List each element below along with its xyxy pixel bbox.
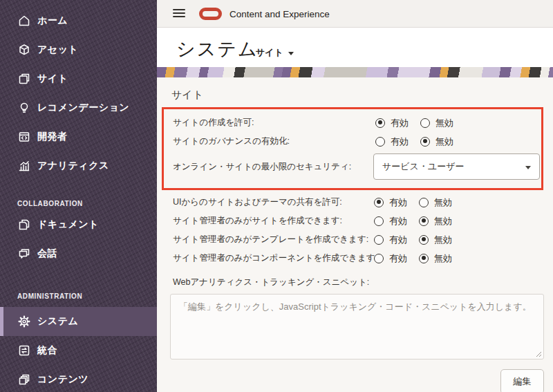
oracle-logo — [199, 8, 222, 20]
setting-row-admin-only-sites: サイト管理者のみがサイトを作成できます: 有効 無効 — [173, 212, 553, 230]
radio-disabled[interactable]: 無効 — [420, 136, 453, 148]
scope-selector-label: サイト — [256, 46, 283, 59]
radio-button-icon[interactable] — [374, 216, 384, 226]
dropdown-caret-icon — [525, 166, 531, 169]
sidebar-item-label: アセット — [37, 44, 78, 56]
radio-disabled[interactable]: 無効 — [419, 196, 452, 209]
radio-button-icon[interactable] — [375, 118, 385, 128]
sidebar-item-developer[interactable]: 開発者 — [0, 122, 157, 151]
radio-button-icon[interactable] — [419, 254, 429, 263]
documents-icon — [17, 218, 31, 232]
sidebar-item-label: レコメンデーション — [37, 102, 129, 114]
setting-row-share-ui: UIからのサイトおよびテーマの共有を許可: 有効 無効 — [173, 193, 553, 212]
setting-label: サイトのガバナンスの有効化: — [173, 136, 290, 147]
sidebar-item-recommendations[interactable]: レコメンデーション — [0, 93, 157, 122]
developer-icon — [17, 130, 31, 144]
integration-icon — [17, 344, 31, 357]
sidebar-section-administration: ADMINISTRATION — [0, 289, 157, 303]
scope-selector[interactable]: サイト — [256, 46, 294, 59]
section-title: サイト — [171, 88, 553, 102]
sidebar-item-label: サイト — [37, 73, 68, 85]
sidebar-section-collaboration: COLLABORATION — [0, 196, 157, 210]
sidebar-item-label: ドキュメント — [37, 218, 99, 231]
min-security-dropdown[interactable]: サービス・ユーザー — [373, 153, 540, 180]
sidebar-item-label: 会話 — [37, 248, 57, 260]
sidebar-item-integration[interactable]: 統合 — [0, 336, 157, 365]
radio-disabled[interactable]: 無効 — [420, 117, 453, 129]
home-icon — [17, 14, 31, 28]
radio-enabled[interactable]: 有効 — [374, 234, 407, 246]
sidebar-item-documents[interactable]: ドキュメント — [0, 210, 157, 239]
setting-row-allow-site-creation: サイトの作成を許可: 有効 無効 — [173, 113, 532, 132]
sidebar-item-conversations[interactable]: 会話 — [0, 239, 157, 268]
radio-enabled[interactable]: 有効 — [375, 136, 409, 148]
sidebar-item-assets[interactable]: アセット — [0, 35, 157, 64]
sidebar-item-content[interactable]: コンテンツ — [0, 365, 157, 392]
setting-label: サイトの作成を許可: — [173, 117, 254, 129]
radio-enabled[interactable]: 有効 — [374, 252, 407, 265]
radio-button-icon[interactable] — [374, 235, 384, 245]
dropdown-selected-value: サービス・ユーザー — [382, 160, 525, 173]
assets-icon — [17, 43, 31, 57]
radio-button-icon[interactable] — [419, 216, 429, 226]
chevron-down-icon — [288, 52, 294, 55]
radio-disabled[interactable]: 無効 — [419, 215, 452, 227]
sidebar: ホーム アセット サイト レコメンデーション 開発者 — [0, 0, 157, 392]
setting-row-admin-only-templates: サイト管理者のみがテンプレートを作成できます: 有効 無効 — [173, 230, 553, 249]
content-icon — [17, 373, 31, 386]
analytics-snippet-textarea[interactable] — [170, 294, 544, 360]
sidebar-item-home[interactable]: ホーム — [0, 6, 157, 35]
main-area: Content and Experience システム サイト サイト サイトの… — [157, 0, 553, 392]
radio-enabled[interactable]: 有効 — [374, 215, 407, 227]
page-title: システム — [176, 37, 259, 62]
setting-label: UIからのサイトおよびテーマの共有を許可: — [173, 196, 342, 208]
edit-button[interactable]: 編集 — [500, 369, 544, 392]
annotation-highlight-box: サイトの作成を許可: 有効 無効 サイトのガバナンスの有効化: — [162, 107, 543, 190]
hamburger-menu-icon[interactable] — [173, 9, 185, 17]
setting-label: サイト管理者のみがサイトを作成できます: — [173, 215, 342, 227]
sidebar-item-label: 統合 — [37, 344, 57, 357]
setting-row-admin-only-components: サイト管理者のみがコンポーネントを作成できます: 有効 無効 — [173, 249, 553, 268]
setting-label: サイト管理者のみがテンプレートを作成できます: — [173, 234, 368, 245]
radio-enabled[interactable]: 有効 — [375, 117, 409, 129]
setting-label: オンライン・サイトの最小限のセキュリティ: — [173, 161, 351, 173]
radio-button-icon[interactable] — [420, 137, 430, 147]
radio-disabled[interactable]: 無効 — [419, 252, 452, 265]
radio-button-icon[interactable] — [375, 137, 385, 147]
app-brand-title: Content and Experience — [229, 9, 330, 19]
decorative-banner — [157, 67, 553, 77]
conversations-icon — [17, 247, 31, 261]
recommendations-icon — [17, 101, 31, 115]
setting-row-min-security: オンライン・サイトの最小限のセキュリティ: サービス・ユーザー — [173, 151, 532, 183]
sidebar-item-label: 開発者 — [37, 131, 68, 143]
sidebar-item-analytics[interactable]: アナリティクス — [0, 151, 157, 180]
settings-panel: サイト サイトの作成を許可: 有効 無効 サイトのガバナンスの有効化: — [157, 77, 553, 392]
setting-label: サイト管理者のみがコンポーネントを作成できます: — [173, 252, 377, 264]
analytics-snippet-field-wrap — [170, 294, 544, 360]
sites-icon — [17, 72, 31, 86]
sidebar-item-label: コンテンツ — [37, 373, 88, 386]
sidebar-item-label: ホーム — [37, 15, 68, 27]
setting-row-site-governance: サイトのガバナンスの有効化: 有効 無効 — [173, 132, 532, 151]
top-app-bar: Content and Experience — [157, 0, 553, 28]
sidebar-item-system[interactable]: システム — [0, 307, 157, 336]
page-title-bar: システム サイト — [157, 28, 553, 67]
radio-button-icon[interactable] — [419, 235, 429, 245]
radio-disabled[interactable]: 無効 — [419, 234, 452, 246]
resize-handle-icon[interactable] — [536, 351, 542, 357]
radio-button-icon[interactable] — [419, 198, 429, 207]
system-gear-icon — [17, 315, 31, 328]
radio-button-icon[interactable] — [420, 118, 430, 128]
analytics-icon — [17, 159, 31, 173]
radio-button-icon[interactable] — [374, 198, 384, 207]
sidebar-item-label: アナリティクス — [37, 160, 109, 172]
radio-button-icon[interactable] — [374, 254, 384, 263]
sidebar-item-sites[interactable]: サイト — [0, 64, 157, 93]
analytics-snippet-label: Webアナリティクス・トラッキング・スニペット: — [173, 277, 553, 288]
sidebar-item-label: システム — [37, 315, 78, 328]
radio-enabled[interactable]: 有効 — [374, 196, 407, 209]
